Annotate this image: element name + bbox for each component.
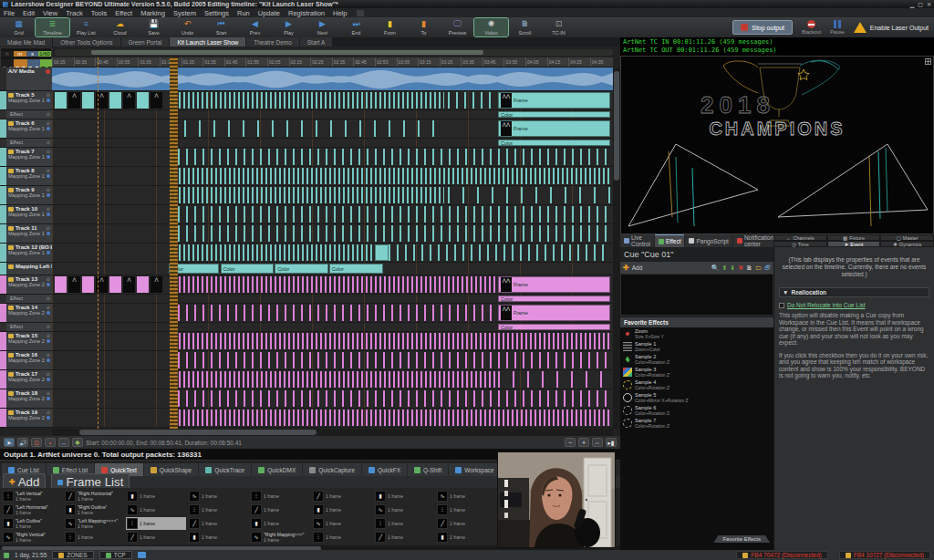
event-bars[interactable] bbox=[170, 187, 444, 203]
reallocation-section-header[interactable]: ▼ Reallocation bbox=[779, 287, 929, 297]
event-bars[interactable] bbox=[170, 149, 610, 165]
favorite-effect-item[interactable]: Sample 7Color+Rotation Z bbox=[620, 417, 773, 430]
zones-button[interactable]: ZONES bbox=[52, 551, 93, 559]
event-bars[interactable] bbox=[170, 371, 498, 388]
copy-icon[interactable]: 🗗 bbox=[764, 264, 771, 271]
track-header[interactable]: Track 15Mapping Zone 2⊘ bbox=[0, 332, 52, 351]
frame-event-block[interactable]: ⋀⋀Frame bbox=[498, 305, 610, 321]
quicktext-item[interactable]: ∿1 frame bbox=[126, 503, 186, 516]
toolbar-button-end[interactable]: ⏭End bbox=[339, 18, 373, 36]
track-lane[interactable] bbox=[52, 148, 613, 167]
menu-item-tools[interactable]: Tools bbox=[91, 9, 108, 17]
track-header[interactable]: Track 16Mapping Zone 2⊘ bbox=[0, 351, 52, 370]
enable-laser-output-button[interactable]: Enable Laser Output bbox=[854, 22, 929, 33]
event-bars[interactable] bbox=[170, 244, 371, 261]
event-bars[interactable] bbox=[448, 187, 610, 203]
tab-time[interactable]: ◷Time bbox=[773, 241, 827, 247]
disable-icon[interactable]: ⊘ bbox=[47, 225, 50, 231]
track-lane[interactable] bbox=[52, 389, 613, 409]
preview-grid-toggle-icon[interactable] bbox=[925, 58, 931, 65]
track-header[interactable]: Effect⊘ bbox=[0, 139, 52, 148]
menu-item-update[interactable]: Update bbox=[258, 9, 280, 17]
disable-icon[interactable]: ⊘ bbox=[47, 371, 50, 377]
tab-channels[interactable]: ←Channels bbox=[773, 234, 827, 241]
track-header[interactable]: Track 5Mapping Zone 1⊘ bbox=[0, 91, 52, 110]
disable-icon[interactable]: ⊘ bbox=[47, 264, 50, 269]
event-bars[interactable] bbox=[170, 410, 610, 426]
event-bars[interactable] bbox=[170, 276, 498, 293]
toolbar-button-tc-in[interactable]: ⊡TC-IN bbox=[542, 18, 576, 36]
disable-icon[interactable]: ⊘ bbox=[47, 140, 50, 145]
menu-tool-icon[interactable] bbox=[357, 10, 364, 16]
show-tab-green-portal[interactable]: Green Portal bbox=[121, 37, 170, 47]
show-tab-other-tools-options[interactable]: Other Tools Options bbox=[53, 37, 119, 47]
event-bars[interactable] bbox=[170, 352, 610, 368]
quicktext-item[interactable]: ⫶1 frame bbox=[250, 490, 310, 503]
add-effect-plus-icon[interactable]: ✚ bbox=[623, 264, 629, 272]
event-bars[interactable] bbox=[389, 244, 610, 261]
event-bars[interactable] bbox=[498, 371, 610, 388]
track-lane[interactable]: ⋀⋀⋀⋀⋀⋀Frame bbox=[52, 275, 613, 295]
track-header[interactable]: A/V Media bbox=[0, 67, 52, 91]
track-header[interactable]: Track 18Mapping Zone 2⊘ bbox=[0, 389, 52, 409]
audio-tool-icon[interactable]: 🔊 bbox=[17, 438, 28, 447]
fit-view-icon[interactable]: ⇔ bbox=[592, 438, 603, 447]
event-bars[interactable] bbox=[170, 225, 610, 242]
quicktext-item[interactable]: ∿"Right Mapping>>>"1 frame bbox=[250, 531, 310, 544]
event-bars[interactable] bbox=[170, 92, 444, 109]
toolbar-button-save[interactable]: 💾Save bbox=[137, 18, 171, 36]
quicktext-item[interactable]: ▮1 frame bbox=[312, 503, 372, 516]
menu-item-effect[interactable]: Effect bbox=[115, 9, 132, 17]
tab-quicktrace[interactable]: QuickTrace bbox=[199, 463, 251, 476]
quicktext-item[interactable]: ⫶1 frame bbox=[64, 531, 124, 544]
color-event-block[interactable]: Color bbox=[221, 264, 274, 274]
track-lane[interactable] bbox=[52, 351, 613, 370]
quicktext-item[interactable]: ╱1 frame bbox=[436, 517, 496, 530]
tab-quickfx[interactable]: QuickFX bbox=[362, 463, 407, 476]
tab-quickdmx[interactable]: QuickDMX bbox=[252, 463, 302, 476]
track-lane[interactable]: Color bbox=[52, 323, 613, 332]
track-lane[interactable] bbox=[52, 67, 613, 91]
snap-magnet-icon[interactable]: Ω bbox=[31, 438, 42, 447]
track-lane[interactable]: Color bbox=[52, 110, 613, 119]
disable-icon[interactable]: ⊘ bbox=[47, 206, 50, 212]
track-header[interactable]: Track 14Mapping Zone 2⊘ bbox=[0, 304, 52, 323]
quicktext-item[interactable]: ▮1 frame bbox=[188, 531, 248, 544]
color-event-block[interactable]: Color bbox=[498, 111, 610, 118]
event-block[interactable] bbox=[375, 244, 389, 261]
disable-icon[interactable]: ⊘ bbox=[47, 390, 50, 396]
frame-event-block[interactable]: ⋀⋀Frame bbox=[498, 276, 610, 293]
track-header[interactable]: Effect⊘ bbox=[0, 295, 52, 304]
track-header[interactable]: Mapping Left Box⊘ bbox=[0, 263, 52, 275]
menu-item-view[interactable]: View bbox=[43, 9, 57, 17]
disable-icon[interactable]: ⊘ bbox=[47, 187, 50, 192]
favorite-effect-item[interactable]: Sample 1Zoom+Color bbox=[620, 340, 773, 353]
track-lane[interactable] bbox=[52, 370, 613, 389]
quicktext-item[interactable]: ▮1 frame bbox=[374, 490, 434, 503]
pause-button[interactable]: Pause bbox=[830, 20, 845, 35]
minimize-icon[interactable]: ▁ bbox=[910, 1, 915, 7]
timeline-zoom-scrollbar[interactable] bbox=[55, 49, 613, 56]
timeline-horizontal-scrollbar[interactable] bbox=[52, 429, 613, 436]
disable-icon[interactable]: ⊘ bbox=[47, 244, 50, 250]
tracks-vertical-scrollbar[interactable] bbox=[613, 67, 620, 429]
quicktext-item[interactable]: ▮1 frame bbox=[250, 517, 310, 530]
lock-icon[interactable]: • bbox=[45, 438, 56, 447]
quicktext-item[interactable]: ⫶1 frame bbox=[188, 503, 248, 516]
toolbar-button-timeline[interactable]: ≣Timeline bbox=[36, 18, 69, 36]
event-bars[interactable] bbox=[448, 92, 495, 109]
track-header[interactable]: Track 6Mapping Zone 1⊘ bbox=[0, 119, 52, 139]
track-lane[interactable] bbox=[52, 205, 613, 224]
toolbar-button-preview[interactable]: 🖵Preview bbox=[441, 18, 474, 36]
track-lane[interactable] bbox=[52, 224, 613, 244]
stop-output-button[interactable]: Stop output bbox=[732, 20, 793, 35]
track-lane[interactable]: ⋀⋀Frame bbox=[52, 304, 613, 323]
menu-item-run[interactable]: Run bbox=[237, 9, 250, 17]
tab-dynamics[interactable]: ❖Dynamics bbox=[880, 241, 934, 247]
track-lane[interactable] bbox=[52, 244, 613, 263]
tcp-button[interactable]: TCP bbox=[99, 551, 132, 559]
track-lane[interactable] bbox=[52, 409, 613, 428]
disable-icon[interactable]: ⊘ bbox=[47, 111, 50, 117]
track-header[interactable]: Track 7Mapping Zone 1⊘ bbox=[0, 148, 52, 167]
event-bars[interactable] bbox=[170, 206, 610, 223]
